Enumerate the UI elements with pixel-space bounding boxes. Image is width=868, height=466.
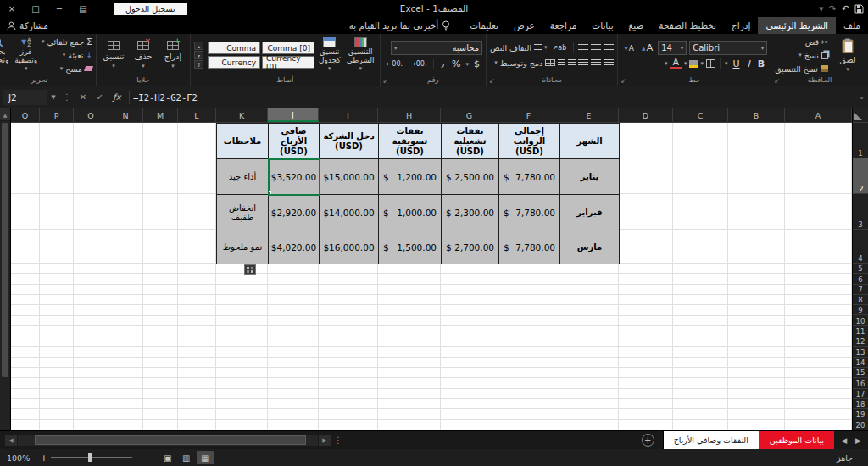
cell-J2[interactable]: $3,520.00 [269,159,320,195]
page-break-view-icon[interactable]: ▣ [159,451,176,464]
row-header-10[interactable]: 10 [853,315,868,325]
row-header-15[interactable]: 15 [853,368,868,378]
row-header-3[interactable]: 3 [853,194,868,230]
zoom-out-icon[interactable]: − [136,452,143,463]
zoom-slider[interactable] [51,457,132,458]
increase-font-size-icon[interactable]: A▲ [639,42,655,53]
minimize-window-icon[interactable]: − [47,0,71,17]
zoom-in-icon[interactable]: + [40,452,47,463]
page-layout-view-icon[interactable]: ▥ [178,451,195,464]
gallery-up-icon[interactable]: ▴ [194,42,203,50]
column-header-L[interactable]: L [178,108,216,122]
comma-format-icon[interactable]: ٫ [438,58,447,69]
name-box-dropdown-icon[interactable]: ▼ [47,94,59,101]
gallery-down-icon[interactable]: ▾ [194,51,203,59]
sort-filter-button[interactable]: AZ▼ فرز وتصفية ▾ [13,37,39,73]
merge-center-button[interactable]: دمج وتوسيط ▾ [494,57,555,69]
currency-format-icon[interactable]: $ [471,58,482,69]
sheet-body[interactable]: الشهرإجمالي الرواتب (USD)نفقات تشغيلية (… [11,123,852,430]
cell-I2[interactable]: $15,000.00 [320,159,379,195]
align-left-icon[interactable] [578,59,588,67]
row-header-8[interactable]: 8 [853,295,868,305]
column-header-M[interactable]: M [143,108,178,122]
number-dialog-launcher-icon[interactable]: ↙ [383,77,389,85]
ribbon-display-options-icon[interactable]: ▤ [71,0,95,17]
row-header-1[interactable]: 1 [853,123,868,158]
insert-cells-button[interactable]: إدراج▾ [159,39,186,71]
paste-button[interactable]: لصق ▾ [831,36,865,75]
cell-F4[interactable]: $7,780.00 [499,230,560,264]
font-name-combo[interactable]: Calibri▾ [689,41,767,55]
insert-function-icon[interactable]: ƒx [108,92,125,102]
sheet-tab-0[interactable]: النفقات وصافي الأرباح [663,431,759,449]
orientation-icon[interactable]: ab↗ [550,44,570,52]
cell-I4[interactable]: $16,000.00 [320,230,379,264]
cell-E3[interactable]: فبراير [560,195,620,230]
wrap-text-button[interactable]: التفاف النص [490,42,542,53]
fill-color-icon[interactable] [689,60,698,68]
cell-style-currency[interactable]: Currency [208,56,260,69]
cell-E2[interactable]: يناير [560,159,620,195]
currency-dropdown-icon[interactable]: ▾ [466,61,470,68]
column-header-Q[interactable]: Q [11,108,40,122]
scrollbar-resize-handle[interactable]: ⋮ [334,435,342,445]
redo-icon[interactable]: ↷ [829,3,837,14]
ribbon-tab-7[interactable]: عرض [506,17,542,34]
merge-dropdown-icon[interactable]: ▾ [494,59,498,66]
sheet-nav-next-icon[interactable]: ▶ [855,436,861,445]
normal-view-icon[interactable]: ▦ [197,451,214,464]
alignment-dialog-launcher-icon[interactable]: ↙ [489,77,495,85]
ribbon-tab-0[interactable]: ملف [836,17,868,34]
column-header-N[interactable]: N [108,108,143,122]
gallery-expand-icon[interactable]: ⊽ [194,60,203,69]
column-header-E[interactable]: E [559,108,619,122]
bold-button[interactable]: B [755,58,767,69]
horizontal-scrollbar[interactable]: ◀ ▶ ⋮ [0,431,349,449]
column-header-I[interactable]: I [319,108,378,122]
formula-input[interactable]: =I2-H2-G2-F2 [133,92,859,103]
column-header-J[interactable]: J [268,108,319,122]
cell-E1[interactable]: الشهر [560,124,620,159]
row-header-13[interactable]: 13 [853,347,868,357]
sheet-tab-1[interactable]: بيانات الموظفين [759,431,834,449]
cell-style-currency-0-[interactable]: Currency [0] [262,56,314,69]
ribbon-tab-4[interactable]: صيغ [621,17,652,34]
column-header-G[interactable]: G [441,108,498,122]
row-header-2[interactable]: 2 [853,158,868,194]
vertical-scrollbar-thumb[interactable] [2,123,8,377]
italic-button[interactable]: I [745,58,753,69]
select-all-corner[interactable] [853,108,868,123]
cell-I1[interactable]: دخل الشركة (USD) [320,124,379,159]
cell-style-comma-0-[interactable]: Comma [0] [262,42,314,54]
cell-H4[interactable]: $1,500.00 [379,230,442,264]
horizontal-scrollbar-thumb[interactable] [35,435,306,445]
cell-G1[interactable]: نفقات تشغيلية (USD) [442,124,499,159]
row-header-6[interactable]: 6 [853,274,868,284]
share-button[interactable]: مشاركة [7,17,48,34]
decrease-font-size-icon[interactable]: A▼ [621,44,637,53]
sign-in-button[interactable]: تسجيل الدخول [114,3,187,15]
clipboard-dialog-launcher-icon[interactable]: ↙ [774,77,780,85]
fill-color-dropdown-icon[interactable]: ▾ [684,60,687,67]
cell-H3[interactable]: $1,000.00 [379,195,442,230]
align-right-icon[interactable] [604,59,614,67]
format-cells-button[interactable]: تنسيق▾ [100,39,127,71]
cell-G4[interactable]: $2,700.00 [442,230,499,264]
column-header-C[interactable]: C [673,108,728,122]
row-header-5[interactable]: 5 [853,264,868,274]
borders-dropdown-icon[interactable]: ▾ [700,60,704,67]
ribbon-tab-5[interactable]: بيانات [584,17,620,34]
scroll-up-icon[interactable]: ▲ [0,108,10,121]
orientation-dropdown-icon[interactable]: ▾ [544,44,548,51]
align-bottom-icon[interactable] [578,44,588,52]
underline-button[interactable]: U [730,58,742,69]
cell-style-comma[interactable]: Comma [208,42,260,54]
borders-icon[interactable] [706,59,715,68]
conditional-formatting-button[interactable]: التنسيق الشرطي ▾ [345,37,376,73]
cell-F2[interactable]: $7,780.00 [499,159,560,195]
column-header-B[interactable]: B [728,108,785,122]
vertical-scrollbar[interactable]: ▲ [0,108,11,430]
format-as-table-button[interactable]: تنسيق كجدول ▾ [317,37,342,73]
name-box[interactable]: J2 [3,90,47,105]
ribbon-tab-3[interactable]: تخطيط الصفحة [651,17,724,34]
